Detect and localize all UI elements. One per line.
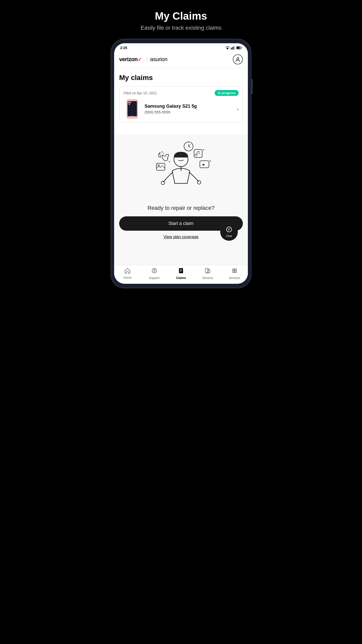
app-header: verizon✓ asurion: [114, 51, 248, 68]
page-header: My Claims Easily file or track existing …: [141, 10, 221, 31]
svg-text:+: +: [203, 148, 205, 152]
svg-point-40: [227, 227, 232, 232]
status-time: 2:25: [120, 46, 127, 50]
support-icon: [151, 268, 157, 275]
svg-text:▶: ▶: [203, 163, 205, 166]
profile-button[interactable]: [233, 54, 243, 64]
devices-icon: [205, 268, 211, 275]
svg-point-55: [232, 270, 234, 271]
filed-date: Filed on Apr 10, 2021: [123, 91, 157, 95]
chevron-right-icon: ›: [237, 106, 239, 112]
svg-point-57: [235, 270, 237, 271]
claims-section-title: My claims: [119, 74, 243, 82]
svg-point-35: [162, 151, 163, 152]
chat-bubble-icon: [226, 226, 232, 233]
profile-icon: [235, 57, 241, 62]
svg-point-59: [234, 272, 235, 273]
svg-point-44: [154, 269, 155, 271]
verizon-brand: verizon✓: [119, 56, 144, 63]
svg-rect-50: [208, 269, 210, 273]
svg-rect-18: [131, 116, 134, 117]
illustration-section: + ▶ + + Ready to repair or replace?: [114, 134, 248, 216]
svg-point-56: [234, 270, 235, 271]
status-badge: In progress: [215, 90, 239, 96]
nav-item-claims[interactable]: Claims: [172, 268, 190, 280]
svg-point-27: [195, 154, 197, 156]
svg-point-53: [234, 269, 235, 270]
svg-marker-0: [226, 48, 229, 50]
devices-nav-label: Devices: [202, 276, 213, 280]
nav-item-devices[interactable]: Devices: [199, 268, 216, 280]
nav-item-services[interactable]: Services: [226, 268, 243, 280]
asurion-brand: asurion: [150, 56, 167, 63]
verizon-checkmark: ✓: [138, 57, 142, 62]
home-icon: [124, 268, 130, 275]
svg-rect-11: [127, 101, 137, 116]
nav-item-home[interactable]: Home: [119, 268, 136, 279]
status-icons: [225, 46, 242, 50]
svg-point-60: [235, 272, 237, 273]
svg-point-21: [161, 181, 165, 185]
svg-rect-2: [232, 47, 233, 50]
main-content: My claims Filed on Apr 10, 2021 In progr…: [114, 68, 248, 134]
chat-fab-label: Chat: [226, 234, 232, 237]
svg-rect-4: [235, 46, 235, 50]
battery-icon: [236, 46, 242, 49]
svg-point-22: [197, 181, 201, 184]
services-nav-label: Services: [229, 276, 240, 280]
chat-fab-button[interactable]: Chat: [220, 223, 238, 241]
device-name: Samsung Galaxy S21 5g: [145, 104, 233, 109]
svg-point-8: [237, 58, 239, 60]
repair-illustration: + ▶ + +: [146, 137, 216, 202]
device-image: [123, 99, 141, 119]
phone-screen: 2:25: [114, 43, 248, 284]
svg-point-51: [207, 272, 207, 272]
phone-shell: 2:25: [111, 39, 251, 288]
device-info: Samsung Galaxy S21 5g (555) 555-5555: [145, 104, 233, 114]
claim-card[interactable]: Filed on Apr 10, 2021 In progress: [119, 86, 243, 123]
page-title: My Claims: [141, 10, 221, 22]
chat-icon: [226, 226, 232, 234]
claim-card-header: Filed on Apr 10, 2021 In progress: [123, 90, 239, 96]
svg-line-25: [189, 146, 191, 148]
claim-card-body: Samsung Galaxy S21 5g (555) 555-5555 ›: [123, 99, 239, 119]
brand-logo: verizon✓ asurion: [119, 56, 167, 63]
svg-line-29: [197, 151, 199, 152]
nav-item-support[interactable]: Support: [146, 268, 163, 280]
svg-point-36: [163, 153, 164, 154]
repair-text: Ready to repair or replace?: [148, 205, 215, 211]
bottom-nav: Home Support: [114, 265, 248, 284]
logo-divider: [147, 56, 147, 62]
support-nav-label: Support: [149, 276, 160, 280]
svg-point-39: [158, 165, 159, 166]
svg-point-15: [130, 102, 131, 103]
page-subtitle: Easily file or track existing claims: [141, 25, 221, 31]
status-bar: 2:25: [114, 43, 248, 51]
claims-icon: [178, 268, 184, 275]
services-icon: [232, 268, 238, 275]
svg-rect-7: [237, 47, 240, 49]
svg-point-17: [129, 104, 130, 105]
wifi-icon: [225, 46, 230, 50]
svg-rect-3: [233, 47, 234, 50]
svg-point-54: [235, 269, 237, 270]
device-svg: [123, 99, 141, 119]
home-nav-label: Home: [123, 276, 131, 279]
claims-nav-label: Claims: [176, 276, 186, 280]
svg-point-52: [232, 269, 234, 270]
svg-rect-26: [194, 149, 202, 157]
svg-point-13: [128, 102, 129, 103]
device-phone-number: (555) 555-5555: [145, 110, 233, 114]
signal-icon: [231, 46, 235, 50]
svg-text:+: +: [209, 159, 211, 163]
svg-point-58: [232, 272, 234, 273]
svg-rect-6: [241, 47, 242, 49]
svg-text:+: +: [168, 160, 170, 164]
svg-rect-1: [231, 48, 232, 50]
